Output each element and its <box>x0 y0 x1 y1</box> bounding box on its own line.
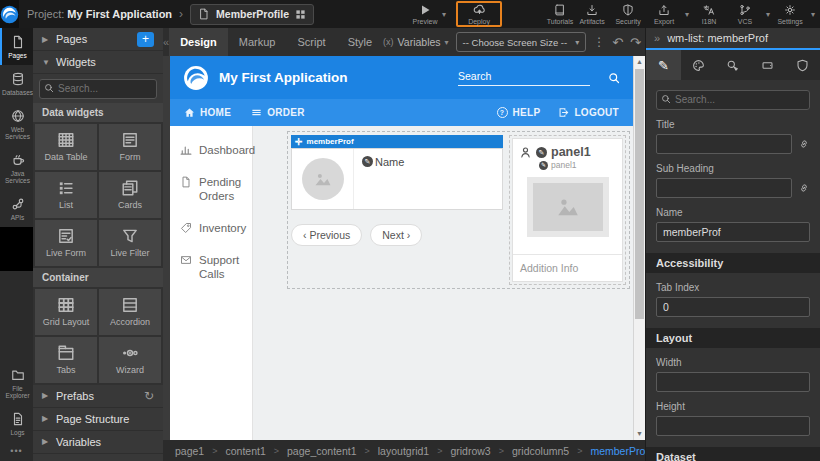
accessibility-section-header[interactable]: Accessibility <box>646 253 820 273</box>
widget-tile-cards[interactable]: Cards <box>99 172 161 218</box>
prefabs-section-header[interactable]: ▶ Prefabs ↻ <box>33 385 163 408</box>
pages-section-header[interactable]: ▶ Pages + <box>33 28 163 51</box>
properties-search-input[interactable] <box>656 90 810 110</box>
edit-icon[interactable]: ✎ <box>536 147 547 158</box>
list-field-name[interactable]: ✎ Name <box>354 149 412 209</box>
nav-item-order[interactable]: ORDER <box>251 107 305 118</box>
preview-button[interactable]: Preview <box>409 1 441 27</box>
settings-button[interactable]: Settings <box>774 1 806 27</box>
export-caret-icon[interactable]: ▾ <box>685 10 689 19</box>
member-list-widget[interactable]: ✛ memberProf ✎ <box>291 135 503 285</box>
tab-inspect[interactable] <box>716 50 751 80</box>
list-item[interactable]: ✎ Name <box>291 148 503 210</box>
tab-design[interactable]: Design <box>169 28 228 56</box>
scroll-down-icon[interactable]: ▼ <box>634 428 645 440</box>
vcs-caret-icon[interactable]: ▾ <box>766 10 770 19</box>
tutorials-button[interactable]: Tutorials <box>544 1 576 27</box>
breadcrumb-page1[interactable]: page1 <box>175 445 204 457</box>
bind-link-icon[interactable] <box>798 138 810 150</box>
layout-section-header[interactable]: Layout <box>646 328 820 348</box>
tab-markup[interactable]: Markup <box>228 28 287 56</box>
page-structure-section-header[interactable]: ▶ Page Structure <box>33 408 163 431</box>
breadcrumb-page-content1[interactable]: page_content1 <box>287 445 356 457</box>
add-page-button[interactable]: + <box>137 32 154 47</box>
name-input[interactable] <box>656 222 810 242</box>
sidebar-item-pages[interactable]: Pages <box>0 28 33 65</box>
panel-widget-outline[interactable]: ✎ panel1 ✎ panel1 <box>509 135 626 285</box>
widget-tile-grid-layout[interactable]: Grid Layout <box>35 289 97 335</box>
redo-icon[interactable]: ↷ <box>630 35 641 50</box>
sidebar-item-apis[interactable]: APIs <box>0 190 33 227</box>
dataset-section-header[interactable]: Dataset <box>646 447 820 461</box>
breadcrumb-content1[interactable]: content1 <box>225 445 265 457</box>
scroll-up-icon[interactable]: ▲ <box>634 56 645 68</box>
panel-widget[interactable]: ✎ panel1 ✎ panel1 <box>512 138 623 282</box>
canvas-scrollbar[interactable]: ▲ ▼ <box>633 56 645 440</box>
project-breadcrumb[interactable]: Project: My First Application <box>27 8 172 20</box>
edit-icon[interactable]: ✎ <box>362 156 373 167</box>
sidebar-item-databases[interactable]: Databases <box>0 65 33 102</box>
widgets-section-header[interactable]: ▼ Widgets <box>33 51 163 74</box>
collapse-right-panel-icon[interactable]: » <box>654 32 660 44</box>
image-placeholder[interactable] <box>527 177 609 237</box>
scrollbar-thumb[interactable] <box>635 69 644 319</box>
sidebar-item-file-explorer[interactable]: File Explorer <box>0 361 33 405</box>
wavemaker-logo[interactable] <box>0 0 19 28</box>
height-input[interactable] <box>656 416 810 436</box>
nav-item-home[interactable]: HOME <box>184 107 231 118</box>
more-options-icon[interactable]: ••• <box>0 442 33 461</box>
kebab-menu-icon[interactable]: ⋮ <box>593 35 605 49</box>
widget-tile-live-form[interactable]: Live Form <box>35 220 97 266</box>
widget-tile-data-table[interactable]: Data Table <box>35 124 97 170</box>
widget-tile-live-filter[interactable]: Live Filter <box>99 220 161 266</box>
tab-style[interactable]: Style <box>337 28 383 56</box>
refresh-icon[interactable]: ↻ <box>144 389 154 403</box>
export-button[interactable]: Export <box>648 1 680 27</box>
i18n-button[interactable]: I18N <box>693 1 725 27</box>
tab-properties[interactable]: ✎ <box>646 50 681 80</box>
tabindex-input[interactable] <box>656 297 810 317</box>
security-button[interactable]: Security <box>612 1 644 27</box>
settings-caret-icon[interactable]: ▾ <box>811 10 815 19</box>
tab-styles[interactable] <box>681 50 716 80</box>
side-nav-dashboard[interactable]: Dashboard <box>170 134 252 166</box>
sidebar-item-web-services[interactable]: Web Services <box>0 102 33 146</box>
side-nav-pending-orders[interactable]: Pending Orders <box>170 166 252 212</box>
nav-item-logout[interactable]: LOGOUT <box>558 107 619 118</box>
deploy-button[interactable]: Deploy <box>463 1 495 27</box>
variables-dropdown[interactable]: (x) Variables ▾ <box>383 36 449 48</box>
widget-tile-accordion[interactable]: Accordion <box>99 289 161 335</box>
app-search-input[interactable]: Search <box>458 70 590 86</box>
breadcrumb-gridcolumn5[interactable]: gridcolumn5 <box>512 445 569 457</box>
sidebar-item-java-services[interactable]: Java Services <box>0 146 33 190</box>
vcs-button[interactable]: VCS <box>729 1 761 27</box>
artifacts-button[interactable]: Artifacts <box>576 1 608 27</box>
preview-caret-icon[interactable]: ▾ <box>442 10 446 19</box>
tab-security[interactable] <box>785 50 820 80</box>
variables-section-header[interactable]: ▶ Variables <box>33 431 163 454</box>
subheading-input[interactable] <box>656 178 792 198</box>
title-input[interactable] <box>656 134 792 154</box>
page-selector[interactable]: MemberProfile <box>190 4 314 25</box>
widget-tile-wizard[interactable]: Wizard <box>99 337 161 383</box>
breadcrumb-gridrow3[interactable]: gridrow3 <box>450 445 490 457</box>
bind-link-icon[interactable] <box>798 182 810 194</box>
edit-icon[interactable]: ✎ <box>539 161 548 170</box>
sidebar-item-logs[interactable]: Logs <box>0 405 33 442</box>
previous-button[interactable]: ‹ Previous <box>291 224 362 246</box>
next-button[interactable]: Next › <box>370 224 422 246</box>
side-nav-support-calls[interactable]: Support Calls <box>170 244 252 290</box>
move-handle-icon[interactable]: ✛ <box>295 137 303 147</box>
widget-search-input[interactable] <box>39 79 157 99</box>
widget-tile-list[interactable]: List <box>35 172 97 218</box>
nav-item-help[interactable]: ? HELP <box>497 107 541 118</box>
tab-script[interactable]: Script <box>287 28 337 56</box>
panel-subtitle-row[interactable]: ✎ panel1 <box>539 160 622 172</box>
screen-size-select[interactable]: -- Choose Screen Size -- ▾ <box>456 32 587 52</box>
widget-tile-tabs[interactable]: Tabs <box>35 337 97 383</box>
breadcrumb-memberprof[interactable]: memberProf <box>590 445 648 457</box>
tab-device[interactable] <box>750 50 785 80</box>
breadcrumb-layoutgrid1[interactable]: layoutgrid1 <box>378 445 429 457</box>
undo-icon[interactable]: ↶ <box>612 35 623 50</box>
width-input[interactable] <box>656 372 810 392</box>
